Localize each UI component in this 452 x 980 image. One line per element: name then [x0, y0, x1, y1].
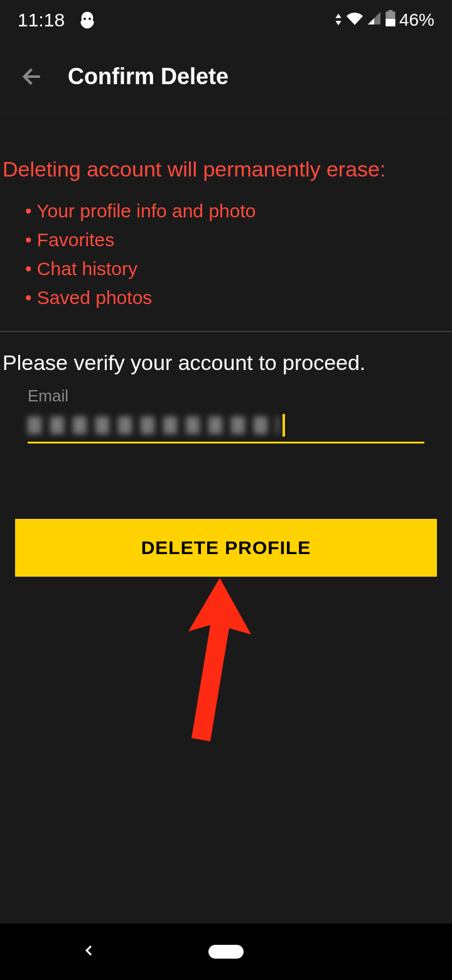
- battery-percent: 46%: [399, 10, 434, 30]
- page-title: Confirm Delete: [68, 63, 229, 90]
- nav-back-icon[interactable]: [82, 941, 97, 962]
- warning-heading: Deleting account will permanently erase:: [0, 157, 452, 197]
- delete-button-label: DELETE PROFILE: [141, 537, 311, 558]
- svg-rect-0: [385, 19, 395, 26]
- text-cursor: [282, 414, 285, 437]
- email-label: Email: [28, 386, 424, 406]
- svg-marker-1: [188, 578, 251, 741]
- nav-home-pill[interactable]: [208, 945, 244, 959]
- warning-item: Your profile info and photo: [25, 197, 452, 226]
- email-value-redacted: [28, 416, 279, 434]
- verify-prompt: Please verify your account to proceed.: [3, 351, 449, 375]
- warning-item: Saved photos: [25, 283, 452, 312]
- wifi-icon: [347, 10, 363, 31]
- signal-icon: [367, 10, 382, 30]
- warning-block: Deleting account will permanently erase:…: [0, 113, 452, 331]
- battery-icon: [385, 10, 396, 31]
- annotation-arrow-icon: [176, 578, 251, 741]
- app-notification-icon: [77, 10, 97, 30]
- system-nav-bar: [0, 923, 452, 980]
- warning-list: Your profile info and photo Favorites Ch…: [0, 197, 452, 312]
- back-button[interactable]: [19, 63, 46, 90]
- warning-item: Favorites: [25, 226, 452, 254]
- status-bar: 11:18 46%: [0, 0, 452, 40]
- delete-profile-button[interactable]: DELETE PROFILE: [15, 519, 437, 577]
- data-icon: [334, 10, 343, 30]
- email-field[interactable]: [28, 408, 424, 444]
- status-time: 11:18: [18, 9, 65, 31]
- app-header: Confirm Delete: [0, 40, 452, 113]
- warning-item: Chat history: [25, 254, 452, 283]
